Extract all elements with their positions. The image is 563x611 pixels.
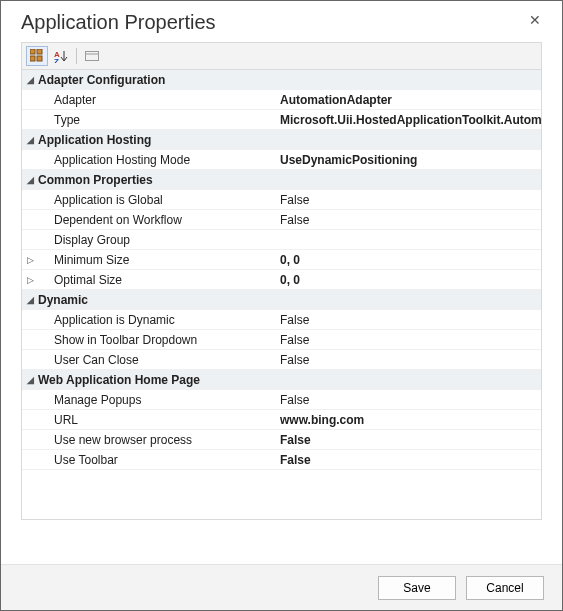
spacer	[22, 90, 38, 109]
property-value[interactable]: UseDynamicPositioning	[276, 150, 541, 169]
dialog-title: Application Properties	[21, 11, 523, 34]
category-name: Adapter Configuration	[38, 70, 276, 89]
category-name: Dynamic	[38, 290, 276, 309]
property-label: Show in Toolbar Dropdown	[38, 330, 276, 349]
property-label: Minimum Size	[38, 250, 276, 269]
svg-rect-3	[37, 56, 42, 61]
property-row[interactable]: Application is DynamicFalse	[22, 310, 541, 330]
spacer	[22, 430, 38, 449]
property-row[interactable]: ▷Optimal Size0, 0	[22, 270, 541, 290]
property-row[interactable]: Display Group	[22, 230, 541, 250]
spacer	[22, 210, 38, 229]
property-value[interactable]: False	[276, 190, 541, 209]
spacer	[22, 410, 38, 429]
spacer	[22, 190, 38, 209]
category-header[interactable]: ◢Web Application Home Page	[22, 370, 541, 390]
property-value[interactable]: www.bing.com	[276, 410, 541, 429]
property-label: Use Toolbar	[38, 450, 276, 469]
property-value[interactable]: Microsoft.Uii.HostedApplicationToolkit.A…	[276, 110, 541, 129]
property-row[interactable]: ▷Minimum Size0, 0	[22, 250, 541, 270]
spacer	[22, 110, 38, 129]
property-row[interactable]: Manage PopupsFalse	[22, 390, 541, 410]
property-label: Use new browser process	[38, 430, 276, 449]
category-header[interactable]: ◢Dynamic	[22, 290, 541, 310]
expand-icon[interactable]: ◢	[22, 290, 38, 309]
spacer	[22, 330, 38, 349]
property-label: Dependent on Workflow	[38, 210, 276, 229]
property-row[interactable]: Dependent on WorkflowFalse	[22, 210, 541, 230]
property-row[interactable]: Application Hosting ModeUseDynamicPositi…	[22, 150, 541, 170]
close-icon[interactable]: ✕	[523, 10, 547, 30]
svg-text:Z: Z	[54, 57, 59, 63]
property-label: Application is Dynamic	[38, 310, 276, 329]
property-row[interactable]: TypeMicrosoft.Uii.HostedApplicationToolk…	[22, 110, 541, 130]
svg-rect-0	[30, 49, 35, 54]
property-row[interactable]: Show in Toolbar DropdownFalse	[22, 330, 541, 350]
property-grid-toolbar: A Z	[21, 42, 542, 70]
property-value[interactable]: False	[276, 430, 541, 449]
spacer	[22, 350, 38, 369]
expand-icon[interactable]: ◢	[22, 70, 38, 89]
property-label: Optimal Size	[38, 270, 276, 289]
svg-rect-6	[86, 52, 99, 61]
expand-icon[interactable]: ◢	[22, 170, 38, 189]
categorized-icon	[30, 49, 44, 63]
dialog-buttons: Save Cancel	[1, 564, 562, 610]
category-header[interactable]: ◢Common Properties	[22, 170, 541, 190]
svg-rect-2	[30, 56, 35, 61]
property-grid[interactable]: ◢Adapter ConfigurationAdapterAutomationA…	[21, 70, 542, 520]
property-row[interactable]: Use ToolbarFalse	[22, 450, 541, 470]
categorized-button[interactable]	[26, 46, 48, 66]
property-value[interactable]: False	[276, 350, 541, 369]
property-row[interactable]: User Can CloseFalse	[22, 350, 541, 370]
property-label: Adapter	[38, 90, 276, 109]
property-pages-button[interactable]	[81, 46, 103, 66]
toolbar-separator	[76, 48, 77, 64]
property-value[interactable]: False	[276, 310, 541, 329]
titlebar: Application Properties ✕	[1, 1, 562, 42]
expand-icon[interactable]: ◢	[22, 130, 38, 149]
property-value[interactable]: 0, 0	[276, 250, 541, 269]
category-name: Web Application Home Page	[38, 370, 276, 389]
sort-alpha-icon: A Z	[54, 49, 68, 63]
save-button[interactable]: Save	[378, 576, 456, 600]
category-header[interactable]: ◢Application Hosting	[22, 130, 541, 150]
property-label: Display Group	[38, 230, 276, 249]
property-value[interactable]	[276, 230, 541, 249]
expand-icon[interactable]: ◢	[22, 370, 38, 389]
property-value[interactable]: AutomationAdapter	[276, 90, 541, 109]
spacer	[22, 310, 38, 329]
property-label: Application is Global	[38, 190, 276, 209]
property-label: Manage Popups	[38, 390, 276, 409]
spacer	[22, 390, 38, 409]
property-label: User Can Close	[38, 350, 276, 369]
property-value[interactable]: 0, 0	[276, 270, 541, 289]
category-header[interactable]: ◢Adapter Configuration	[22, 70, 541, 90]
spacer	[22, 450, 38, 469]
svg-rect-1	[37, 49, 42, 54]
property-label: Application Hosting Mode	[38, 150, 276, 169]
expand-icon[interactable]: ▷	[22, 250, 38, 269]
property-row[interactable]: Use new browser processFalse	[22, 430, 541, 450]
property-value[interactable]: False	[276, 330, 541, 349]
property-row[interactable]: Application is GlobalFalse	[22, 190, 541, 210]
spacer	[22, 150, 38, 169]
category-name: Common Properties	[38, 170, 276, 189]
cancel-button[interactable]: Cancel	[466, 576, 544, 600]
category-name: Application Hosting	[38, 130, 276, 149]
spacer	[22, 230, 38, 249]
property-pages-icon	[85, 50, 99, 62]
property-row[interactable]: AdapterAutomationAdapter	[22, 90, 541, 110]
property-value[interactable]: False	[276, 390, 541, 409]
property-value[interactable]: False	[276, 450, 541, 469]
expand-icon[interactable]: ▷	[22, 270, 38, 289]
property-value[interactable]: False	[276, 210, 541, 229]
property-row[interactable]: URLwww.bing.com	[22, 410, 541, 430]
property-label: Type	[38, 110, 276, 129]
alphabetical-button[interactable]: A Z	[50, 46, 72, 66]
property-label: URL	[38, 410, 276, 429]
